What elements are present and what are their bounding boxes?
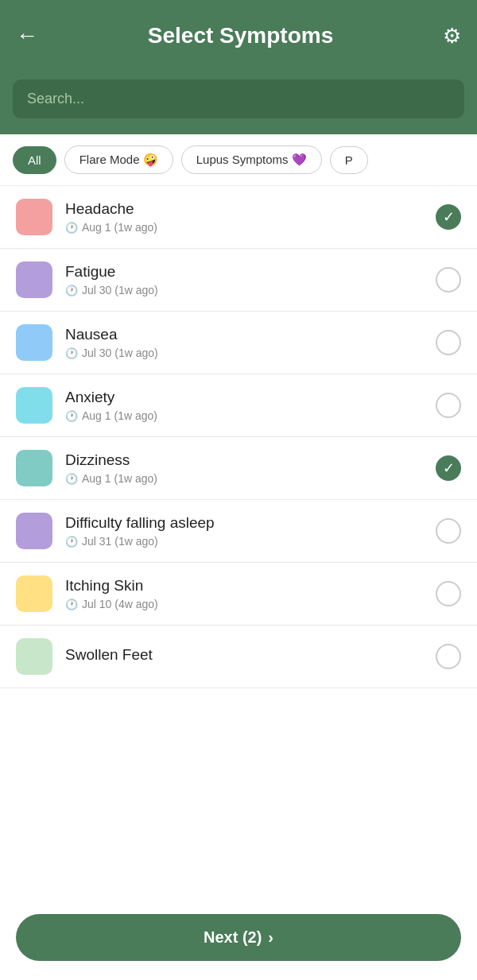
symptom-name: Swollen Feet (65, 646, 423, 664)
symptom-date-text: Jul 10 (4w ago) (82, 598, 158, 610)
clock-icon: 🕐 (65, 410, 78, 422)
symptom-info: Anxiety🕐Aug 1 (1w ago) (65, 389, 423, 422)
filter-tab-all[interactable]: All (13, 146, 56, 174)
symptom-checkbox[interactable]: ✓ (436, 455, 461, 481)
symptom-item: Nausea🕐Jul 30 (1w ago) (0, 312, 477, 374)
search-container (0, 72, 477, 134)
search-input[interactable] (13, 79, 464, 118)
symptom-info: Headache🕐Aug 1 (1w ago) (65, 200, 423, 234)
clock-icon: 🕐 (65, 347, 78, 359)
symptom-color-box (16, 450, 52, 486)
symptom-checkbox[interactable] (436, 267, 461, 292)
symptom-color-box (16, 575, 52, 612)
symptom-checkbox[interactable] (436, 330, 461, 355)
header: ← Select Symptoms ⚙ (0, 0, 477, 72)
symptom-color-box (16, 387, 52, 424)
back-button[interactable]: ← (16, 23, 38, 48)
symptom-checkbox[interactable] (436, 644, 461, 669)
symptom-checkbox[interactable] (436, 518, 461, 544)
symptom-info: Fatigue🕐Jul 30 (1w ago) (65, 263, 423, 296)
settings-icon[interactable]: ⚙ (443, 24, 461, 48)
symptom-item: Swollen Feet (0, 626, 477, 688)
symptom-date-text: Aug 1 (1w ago) (82, 221, 157, 234)
symptom-date-text: Jul 30 (1w ago) (82, 284, 158, 296)
symptom-name: Dizziness (65, 451, 423, 469)
symptom-item: Anxiety🕐Aug 1 (1w ago) (0, 374, 477, 437)
symptom-info: Dizziness🕐Aug 1 (1w ago) (65, 451, 423, 485)
symptom-name: Anxiety (65, 389, 423, 406)
symptom-color-box (16, 513, 52, 549)
clock-icon: 🕐 (65, 598, 78, 610)
symptom-color-box (16, 638, 52, 675)
symptom-date-text: Jul 31 (1w ago) (82, 535, 158, 548)
symptom-date-text: Jul 30 (1w ago) (82, 347, 158, 359)
symptom-info: Difficulty falling asleep🕐Jul 31 (1w ago… (65, 514, 423, 548)
next-button[interactable]: Next (2) › (16, 914, 461, 961)
symptom-color-box (16, 324, 52, 361)
clock-icon: 🕐 (65, 285, 78, 296)
filter-tabs: AllFlare Mode 🤪Lupus Symptoms 💜P (0, 134, 477, 186)
clock-icon: 🕐 (65, 222, 78, 234)
clock-icon: 🕐 (65, 536, 78, 548)
clock-icon: 🕐 (65, 473, 78, 485)
symptom-date-text: Aug 1 (1w ago) (82, 409, 157, 422)
symptom-checkbox[interactable] (436, 393, 461, 418)
symptom-item: Itching Skin🕐Jul 10 (4w ago) (0, 563, 477, 626)
symptom-checkbox[interactable]: ✓ (436, 204, 461, 230)
symptom-color-box (16, 261, 52, 298)
symptom-info: Swollen Feet (65, 646, 423, 667)
symptom-name: Headache (65, 200, 423, 218)
page-title: Select Symptoms (148, 23, 333, 48)
symptom-item: Difficulty falling asleep🕐Jul 31 (1w ago… (0, 500, 477, 563)
symptom-checkbox[interactable] (436, 581, 461, 606)
symptom-info: Nausea🕐Jul 30 (1w ago) (65, 326, 423, 359)
next-button-container: Next (2) › (0, 903, 477, 980)
filter-tab-flare[interactable]: Flare Mode 🤪 (64, 145, 173, 174)
symptom-name: Itching Skin (65, 577, 423, 595)
symptom-name: Nausea (65, 326, 423, 343)
symptom-date-text: Aug 1 (1w ago) (82, 472, 157, 485)
symptom-item: Dizziness🕐Aug 1 (1w ago)✓ (0, 437, 477, 500)
symptom-color-box (16, 199, 52, 235)
symptom-info: Itching Skin🕐Jul 10 (4w ago) (65, 577, 423, 610)
next-arrow-icon: › (268, 928, 273, 947)
next-button-label: Next (2) (204, 928, 262, 947)
filter-tab-lupus[interactable]: Lupus Symptoms 💜 (181, 145, 322, 174)
symptom-name: Difficulty falling asleep (65, 514, 423, 532)
symptom-name: Fatigue (65, 263, 423, 281)
symptom-item: Headache🕐Aug 1 (1w ago)✓ (0, 186, 477, 249)
symptom-list: Headache🕐Aug 1 (1w ago)✓Fatigue🕐Jul 30 (… (0, 186, 477, 768)
filter-tab-p[interactable]: P (330, 146, 368, 174)
symptom-item: Fatigue🕐Jul 30 (1w ago) (0, 249, 477, 312)
